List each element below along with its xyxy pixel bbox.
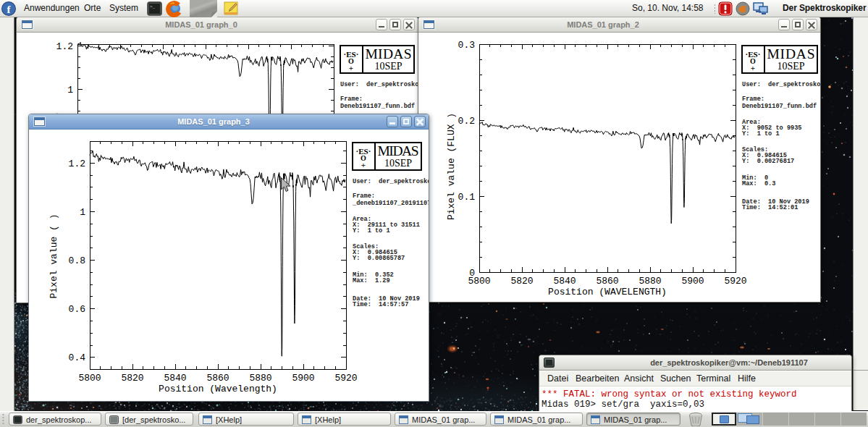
svg-text:+: + xyxy=(751,64,755,72)
svg-text:0.8: 0.8 xyxy=(69,255,85,266)
svg-text:·: · xyxy=(355,51,357,55)
svg-text:5860: 5860 xyxy=(206,373,229,384)
svg-text:5800: 5800 xyxy=(78,373,101,384)
svg-text:+: + xyxy=(361,161,366,169)
svg-text:Frame:: Frame: xyxy=(742,96,764,103)
svg-text:MIDAS: MIDAS xyxy=(366,46,412,62)
svg-text:Deneb191107_funn.bdf: Deneb191107_funn.bdf xyxy=(742,103,817,110)
svg-text:1: 1 xyxy=(67,85,73,96)
svg-text:10SEP: 10SEP xyxy=(384,158,412,169)
svg-text:Max: 0.3: Max: 0.3 xyxy=(742,180,775,187)
svg-text:10SEP: 10SEP xyxy=(374,61,402,72)
svg-text:_deneb191107_20191107: _deneb191107_20191107 xyxy=(352,200,429,207)
svg-text:0.3: 0.3 xyxy=(458,40,475,51)
svg-text:User: der_spektroskopiker: User: der_spektroskopiker xyxy=(353,178,429,185)
svg-text:5920: 5920 xyxy=(724,276,746,287)
svg-text:+: + xyxy=(349,64,353,72)
svg-text:·: · xyxy=(757,51,759,55)
svg-text:Y: 1 to 1: Y: 1 to 1 xyxy=(742,130,780,138)
svg-text:·: · xyxy=(346,51,347,55)
svg-text:0.1: 0.1 xyxy=(458,192,476,203)
svg-text:5820: 5820 xyxy=(121,373,143,384)
svg-text:Max: 1.29: Max: 1.29 xyxy=(353,277,390,284)
svg-text:·: · xyxy=(358,148,360,152)
svg-text:Time: 14:52:01: Time: 14:52:01 xyxy=(742,204,798,211)
svg-text:Pixel value ( ): Pixel value ( ) xyxy=(49,214,59,298)
svg-text:5860: 5860 xyxy=(596,276,618,287)
svg-text:0.6: 0.6 xyxy=(69,304,85,315)
svg-text:Deneb191107_funn.bdf: Deneb191107_funn.bdf xyxy=(340,103,415,110)
svg-text:Y: 1 to 1: Y: 1 to 1 xyxy=(353,227,390,234)
svg-text:1: 1 xyxy=(80,207,85,218)
svg-text:5840: 5840 xyxy=(164,373,186,384)
svg-text:5840: 5840 xyxy=(553,276,576,287)
svg-text:Pixel value (FLUX ): Pixel value (FLUX ) xyxy=(446,113,457,220)
svg-text:MIDAS: MIDAS xyxy=(767,46,815,62)
svg-text:Frame:: Frame: xyxy=(353,193,375,200)
svg-text:·: · xyxy=(368,148,369,152)
svg-text:5900: 5900 xyxy=(292,373,314,384)
svg-text:User: der_spektroskopiker: User: der_spektroskopiker xyxy=(340,81,418,88)
svg-text:0.4: 0.4 xyxy=(69,352,86,363)
svg-text:5820: 5820 xyxy=(510,276,533,287)
svg-text:>_: >_ xyxy=(150,4,156,9)
svg-text:5800: 5800 xyxy=(468,276,490,287)
svg-text:Frame:: Frame: xyxy=(340,96,363,103)
svg-text:MIDAS: MIDAS xyxy=(378,143,419,158)
svg-text:Position (Wavelength): Position (Wavelength) xyxy=(159,384,277,394)
svg-text:5880: 5880 xyxy=(639,276,661,287)
svg-text:Y: 0.00865787: Y: 0.00865787 xyxy=(353,255,405,262)
svg-text:Position (WAVELENGTH): Position (WAVELENGTH) xyxy=(548,287,667,297)
svg-text:Y: 0.00276817: Y: 0.00276817 xyxy=(742,158,794,165)
svg-text:10SEP: 10SEP xyxy=(777,61,804,72)
svg-text:5900: 5900 xyxy=(681,276,704,287)
svg-text:1.2: 1.2 xyxy=(56,41,73,52)
svg-text:5880: 5880 xyxy=(249,373,271,384)
svg-text:User: der_spektroskopiker: User: der_spektroskopiker xyxy=(742,81,820,88)
svg-text:1.2: 1.2 xyxy=(69,158,85,169)
svg-text:Time: 14:57:57: Time: 14:57:57 xyxy=(353,301,408,308)
svg-text:0.2: 0.2 xyxy=(458,116,475,127)
svg-text:·: · xyxy=(748,51,749,55)
svg-text:5920: 5920 xyxy=(334,373,357,384)
